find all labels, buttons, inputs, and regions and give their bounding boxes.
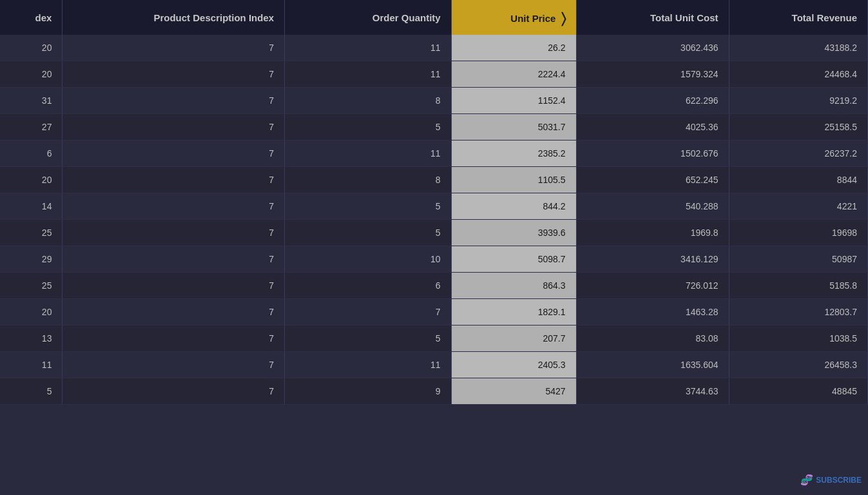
table-body: 2071126.23062.43643188.2207112224.41579.… — [0, 35, 868, 405]
table-cell: 3744.63 — [576, 378, 729, 405]
table-cell: 864.3 — [451, 273, 576, 299]
table-cell: 7 — [63, 352, 285, 378]
table-cell: 622.296 — [576, 88, 729, 114]
col-header-product[interactable]: Product Description Index — [63, 0, 285, 35]
table-cell: 25158.5 — [729, 114, 867, 141]
col-header-index[interactable]: dex — [0, 0, 63, 35]
table-cell: 1502.676 — [576, 141, 729, 167]
table-cell: 20 — [0, 35, 63, 61]
table-cell: 12803.7 — [729, 299, 867, 325]
table-row: 297105098.73416.12950987 — [0, 246, 868, 273]
table-cell: 2405.3 — [451, 352, 576, 378]
table-cell: 43188.2 — [729, 35, 867, 61]
table-cell: 11 — [285, 61, 452, 88]
table-cell: 25 — [0, 220, 63, 246]
table-row: 207112224.41579.32424468.4 — [0, 61, 868, 88]
table-row: 1475844.2540.2884221 — [0, 193, 868, 220]
table-cell: 1829.1 — [451, 299, 576, 325]
table-row: 20781105.5652.2458844 — [0, 167, 868, 193]
table-cell: 7 — [63, 167, 285, 193]
table-cell: 5427 — [451, 378, 576, 405]
table-cell: 5 — [285, 220, 452, 246]
table-row: 1375207.783.081038.5 — [0, 325, 868, 352]
table-cell: 7 — [63, 299, 285, 325]
table-cell: 83.08 — [576, 325, 729, 352]
table-cell: 5 — [285, 114, 452, 141]
table-cell: 7 — [63, 88, 285, 114]
table-cell: 26.2 — [451, 35, 576, 61]
table-cell: 6 — [285, 273, 452, 299]
table-cell: 5 — [0, 378, 63, 405]
table-cell: 8844 — [729, 167, 867, 193]
table-cell: 26237.2 — [729, 141, 867, 167]
table-cell: 11 — [285, 141, 452, 167]
table-cell: 3062.436 — [576, 35, 729, 61]
table-cell: 207.7 — [451, 325, 576, 352]
table-cell: 726.012 — [576, 273, 729, 299]
table-header-row: dex Product Description Index Order Quan… — [0, 0, 868, 35]
table-cell: 14 — [0, 193, 63, 220]
watermark-text: SUBSCRIBE — [816, 476, 862, 485]
table-cell: 20 — [0, 299, 63, 325]
table-cell: 2224.4 — [451, 61, 576, 88]
table-cell: 7 — [63, 141, 285, 167]
table-cell: 24468.4 — [729, 61, 867, 88]
table-cell: 26458.3 — [729, 352, 867, 378]
table-cell: 7 — [63, 378, 285, 405]
table-row: 20771829.11463.2812803.7 — [0, 299, 868, 325]
table-cell: 652.245 — [576, 167, 729, 193]
table-cell: 540.288 — [576, 193, 729, 220]
table-cell: 1635.604 — [576, 352, 729, 378]
table-cell: 1105.5 — [451, 167, 576, 193]
table-cell: 3416.129 — [576, 246, 729, 273]
table-cell: 25 — [0, 273, 63, 299]
table-cell: 5098.7 — [451, 246, 576, 273]
dna-icon: 🧬 — [800, 474, 813, 486]
data-table: dex Product Description Index Order Quan… — [0, 0, 868, 405]
col-header-order-qty[interactable]: Order Quantity — [285, 0, 452, 35]
table-cell: 7 — [63, 35, 285, 61]
table-row: 67112385.21502.67626237.2 — [0, 141, 868, 167]
table-cell: 29 — [0, 246, 63, 273]
table-cell: 2385.2 — [451, 141, 576, 167]
table-cell: 10 — [285, 246, 452, 273]
table-cell: 7 — [285, 299, 452, 325]
table-cell: 5 — [285, 193, 452, 220]
table-cell: 5031.7 — [451, 114, 576, 141]
table-row: 31781152.4622.2969219.2 — [0, 88, 868, 114]
table-cell: 7 — [63, 246, 285, 273]
table-cell: 3939.6 — [451, 220, 576, 246]
table-row: 57954273744.6348845 — [0, 378, 868, 405]
table-cell: 11 — [285, 352, 452, 378]
table-cell: 5 — [285, 325, 452, 352]
table-cell: 8 — [285, 167, 452, 193]
table-row: 25753939.61969.819698 — [0, 220, 868, 246]
table-cell: 8 — [285, 88, 452, 114]
table-cell: 7 — [63, 114, 285, 141]
table-row: 27755031.74025.3625158.5 — [0, 114, 868, 141]
table-cell: 1463.28 — [576, 299, 729, 325]
table-cell: 5185.8 — [729, 273, 867, 299]
table-row: 117112405.31635.60426458.3 — [0, 352, 868, 378]
table-cell: 19698 — [729, 220, 867, 246]
cursor-hand-icon: 〉 — [561, 10, 566, 27]
table-cell: 50987 — [729, 246, 867, 273]
watermark: 🧬 SUBSCRIBE — [800, 474, 862, 486]
col-header-total-revenue[interactable]: Total Revenue — [729, 0, 867, 35]
table-cell: 9219.2 — [729, 88, 867, 114]
table-cell: 9 — [285, 378, 452, 405]
table-row: 2071126.23062.43643188.2 — [0, 35, 868, 61]
table-row: 2576864.3726.0125185.8 — [0, 273, 868, 299]
table-cell: 7 — [63, 325, 285, 352]
col-header-unit-price[interactable]: Unit Price 〉 — [451, 0, 576, 35]
table-cell: 48845 — [729, 378, 867, 405]
col-header-total-unit-cost[interactable]: Total Unit Cost — [576, 0, 729, 35]
table-cell: 1579.324 — [576, 61, 729, 88]
table-cell: 844.2 — [451, 193, 576, 220]
table-cell: 11 — [285, 35, 452, 61]
data-table-container: dex Product Description Index Order Quan… — [0, 0, 868, 495]
table-cell: 20 — [0, 167, 63, 193]
table-cell: 7 — [63, 61, 285, 88]
table-cell: 7 — [63, 273, 285, 299]
table-cell: 27 — [0, 114, 63, 141]
